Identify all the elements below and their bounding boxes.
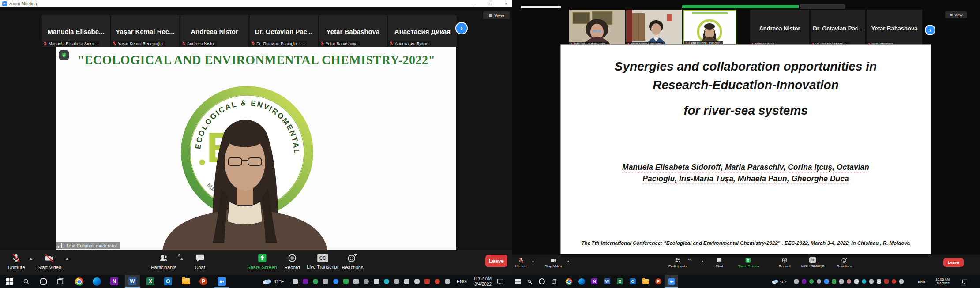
video-tile[interactable]: Yaşar Kemal Recepoğlu <box>626 10 682 46</box>
participant-tile[interactable]: Yetar Babashova Yetar Babashova <box>319 15 387 47</box>
participant-tile[interactable]: Yetar Babashova Yetar Babashova <box>867 10 922 46</box>
mic-options-caret[interactable] <box>532 261 534 262</box>
stop-video-button[interactable]: Stop Video <box>545 257 562 268</box>
word-taskbar-item[interactable]: W <box>601 275 613 288</box>
active-speaker-video[interactable]: "ECOLOGICAL AND ENVIRONMENTAL CHEMISTRY-… <box>56 47 456 250</box>
tray-icon-cloud[interactable] <box>869 279 874 284</box>
outlook-taskbar-item[interactable]: O <box>161 275 175 288</box>
language-indicator[interactable]: ENG <box>457 279 467 284</box>
tray-icon-zoom[interactable] <box>824 279 829 284</box>
unmute-button[interactable]: Unmute <box>515 257 527 268</box>
tray-icon-wifi[interactable] <box>374 279 379 284</box>
tray-icon-pen[interactable] <box>445 279 450 284</box>
tray-icon-onenote[interactable] <box>802 279 806 284</box>
participant-tile[interactable]: Andreea Nistor Andreea Nistor <box>750 10 809 46</box>
search-button[interactable] <box>524 275 535 288</box>
tray-icon-calendar-badge[interactable] <box>424 279 430 284</box>
onenote-taskbar-item[interactable]: N <box>589 275 600 288</box>
tray-icon-s-app[interactable] <box>364 279 369 284</box>
tray-icon-wifi[interactable] <box>854 279 859 284</box>
participants-options-caret[interactable] <box>701 261 704 262</box>
participant-tile[interactable]: Dr. Octavian Pac... Dr. Octavian Paciogl… <box>250 15 318 47</box>
tray-icon-speaker[interactable] <box>404 279 409 284</box>
tray-icon-onedrive[interactable] <box>394 279 399 284</box>
video-tile[interactable]: Manuela Elisabeta Sidor... <box>569 10 625 46</box>
record-button[interactable]: Record <box>779 257 790 268</box>
tray-icon-antivirus-check[interactable] <box>809 279 814 284</box>
task-view-button[interactable] <box>54 275 67 288</box>
share-screen-button[interactable]: Share Screen <box>247 253 277 270</box>
tray-icon-camera[interactable] <box>323 279 328 284</box>
tray-icon-onenote[interactable] <box>303 279 308 284</box>
file-explorer-taskbar-item[interactable] <box>640 275 651 288</box>
title-bar[interactable]: Zoom Meeting — □ × <box>0 0 512 7</box>
tray-icon-calendar-badge[interactable] <box>884 279 889 284</box>
reactions-button[interactable]: Reactions <box>342 253 364 270</box>
cortana-button[interactable] <box>37 275 50 288</box>
next-participants-button[interactable]: › <box>925 25 935 35</box>
start-video-button[interactable]: Start Video <box>38 253 61 270</box>
clock[interactable]: 10:55 AM 3/4/2022 <box>930 277 950 286</box>
tray-icon-onedrive[interactable] <box>794 279 799 284</box>
chat-button[interactable]: Chat <box>716 257 723 268</box>
powerpoint-taskbar-item[interactable]: P <box>196 275 210 288</box>
participants-button[interactable]: Participants 10 <box>668 257 687 268</box>
participant-tile[interactable]: Анастасия Дикая Анастасия Дикая <box>388 15 457 47</box>
live-transcript-button[interactable]: CC Live Transcript <box>307 253 338 269</box>
record-button[interactable]: Record <box>284 253 300 270</box>
minimize-button[interactable]: — <box>471 1 476 6</box>
tray-icon-antivirus-check[interactable] <box>313 279 318 284</box>
tray-icon-snowflake[interactable] <box>435 279 440 284</box>
tray-icon-microphone[interactable] <box>414 279 420 284</box>
chrome-taskbar-item[interactable] <box>72 275 86 288</box>
video-options-caret[interactable] <box>567 261 570 262</box>
edge-taskbar-item[interactable] <box>576 275 587 288</box>
excel-taskbar-item[interactable]: X <box>614 275 626 288</box>
participants-options-caret[interactable] <box>180 258 184 260</box>
tray-icon-eset[interactable] <box>384 279 389 284</box>
tray-icon-defender[interactable] <box>832 279 836 284</box>
language-indicator[interactable]: ENG <box>918 280 925 284</box>
view-button[interactable]: ▦ View <box>483 11 510 19</box>
search-button[interactable] <box>19 275 33 288</box>
next-participants-button[interactable]: › <box>455 22 468 34</box>
unmute-button[interactable]: Unmute <box>8 253 25 270</box>
word-taskbar-item[interactable]: W <box>125 275 140 288</box>
tray-icon-battery[interactable] <box>839 279 844 284</box>
tray-icon-defender[interactable] <box>343 279 349 284</box>
tray-icon-s-app[interactable] <box>847 279 851 284</box>
outlook-taskbar-item[interactable]: O <box>627 275 638 288</box>
share-screen-button[interactable]: Share Screen <box>738 257 759 268</box>
powerpoint-taskbar-item[interactable]: P <box>653 275 664 288</box>
video-tile-active-speaker[interactable]: Elena Culighin, moderat... <box>683 10 736 46</box>
file-explorer-taskbar-item[interactable] <box>179 275 193 288</box>
leave-button[interactable]: Leave <box>943 258 964 267</box>
participant-tile[interactable]: Manuela Elisabe... Manuela Elisabeta Sid… <box>42 15 110 47</box>
video-options-caret[interactable] <box>65 258 69 260</box>
action-center-icon[interactable] <box>497 278 504 285</box>
participant-tile[interactable]: Dr. Octavian Pac... Dr. Octavian Paciogl… <box>811 10 865 46</box>
tray-icon-zoom[interactable] <box>333 279 338 284</box>
tray-icon-pen[interactable] <box>899 279 904 284</box>
action-center-icon[interactable] <box>962 279 968 284</box>
start-button[interactable] <box>3 275 16 288</box>
weather-icon[interactable] <box>262 278 272 285</box>
edge-taskbar-item[interactable] <box>90 275 104 288</box>
chrome-taskbar-item[interactable] <box>563 275 574 288</box>
mic-options-caret[interactable] <box>29 258 33 260</box>
zoom-taskbar-item[interactable] <box>665 275 678 288</box>
tray-icon-snowflake[interactable] <box>892 279 896 284</box>
participant-tile[interactable]: Andreea Nistor Andreea Nistor <box>180 15 248 47</box>
start-button[interactable] <box>513 275 523 288</box>
onenote-taskbar-item[interactable]: N <box>107 275 121 288</box>
weather-temp[interactable]: 41°F <box>780 280 787 284</box>
tray-icon-camera[interactable] <box>817 279 821 284</box>
tray-icon-battery[interactable] <box>353 279 359 284</box>
participant-tile[interactable]: Yaşar Kemal Rec... Yaşar Kemal Recepoğlu <box>111 15 179 47</box>
clock[interactable]: 11:02 AM 3/4/2022 <box>469 276 492 287</box>
zoom-taskbar-item[interactable] <box>214 275 229 288</box>
close-button[interactable]: × <box>505 1 507 6</box>
tray-icon-usb[interactable] <box>293 279 298 284</box>
cortana-button[interactable] <box>537 275 547 288</box>
excel-taskbar-item[interactable]: X <box>143 275 158 288</box>
